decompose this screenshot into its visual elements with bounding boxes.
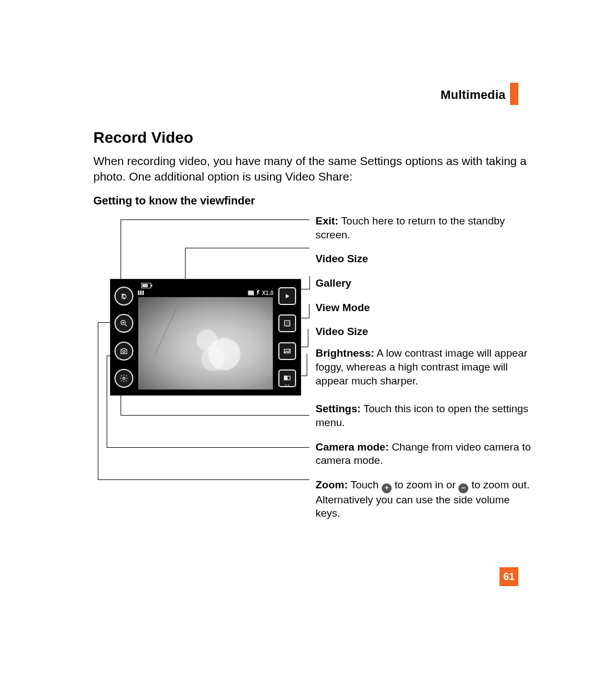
quality-icon <box>138 291 144 295</box>
leader-line <box>309 276 310 289</box>
leader-line <box>98 322 98 479</box>
status-bar <box>138 282 273 289</box>
leader-line <box>121 219 121 279</box>
gear-icon[interactable] <box>114 369 133 388</box>
leader-line <box>107 447 309 448</box>
svg-line-4 <box>125 324 127 326</box>
sd-card-icon <box>248 291 254 296</box>
header-accent-bar <box>510 83 518 105</box>
leader-line <box>107 356 112 356</box>
view-mode-icon[interactable] <box>278 314 296 332</box>
callout-video-size-side: Video Size <box>316 325 532 339</box>
minus-icon: − <box>458 483 468 493</box>
leader-line <box>301 318 309 318</box>
leader-line <box>308 329 308 347</box>
svg-marker-9 <box>286 294 289 298</box>
leader-line <box>307 354 307 376</box>
gallery-play-icon[interactable] <box>278 287 296 305</box>
viewfinder-preview-image <box>138 297 273 390</box>
plus-icon: + <box>382 483 392 493</box>
intro-paragraph: When recording video, you have many of t… <box>93 153 533 185</box>
leader-line <box>309 276 310 277</box>
flash-icon <box>256 290 259 296</box>
leader-line <box>98 322 112 323</box>
manual-page: Multimedia Record Video When recording v… <box>0 0 600 700</box>
viewfinder-screenshot: X1.0 <box>110 279 301 396</box>
callout-video-size-top: Video Size <box>316 252 532 266</box>
callout-exit: Exit: Touch here to return to the standb… <box>316 214 532 242</box>
zoom-level-label: X1.0 <box>262 290 273 296</box>
leader-line <box>301 347 308 347</box>
svg-rect-14 <box>284 376 287 380</box>
leader-line <box>301 376 307 376</box>
callout-gallery: Gallery <box>316 277 532 291</box>
right-button-column: 0.0 <box>276 282 298 392</box>
leader-line <box>121 219 309 220</box>
zoom-in-icon[interactable] <box>114 314 133 333</box>
svg-point-8 <box>123 377 125 379</box>
callout-list: Exit: Touch here to return to the standb… <box>316 214 532 531</box>
callout-camera-mode: Camera mode: Change from video camera to… <box>316 441 532 468</box>
leader-line <box>121 415 309 416</box>
section-label: Multimedia <box>441 88 506 102</box>
leader-line <box>121 396 121 415</box>
camera-icon[interactable] <box>114 342 133 361</box>
subsection-title: Getting to know the viewfinder <box>93 194 255 207</box>
video-size-icon[interactable] <box>278 342 296 360</box>
leader-line <box>185 248 186 281</box>
callout-brightness: Brightness: A low contrast image will ap… <box>316 347 532 388</box>
leader-line <box>107 356 107 447</box>
leader-line <box>98 479 309 480</box>
svg-rect-11 <box>286 322 290 326</box>
viewfinder-diagram: X1.0 <box>93 211 538 528</box>
leader-line <box>301 289 309 289</box>
brightness-value: 0.0 <box>279 384 295 387</box>
left-button-column <box>113 282 135 392</box>
page-title: Record Video <box>93 129 193 147</box>
back-icon[interactable] <box>114 287 133 306</box>
callout-settings: Settings: Touch this icon to open the se… <box>316 402 532 429</box>
brightness-icon[interactable]: 0.0 <box>278 369 296 387</box>
leader-line <box>185 248 309 248</box>
leader-line <box>309 304 309 318</box>
battery-icon <box>141 283 151 288</box>
info-bar: X1.0 <box>138 289 273 296</box>
svg-point-7 <box>123 350 125 352</box>
callout-zoom: Zoom: Touch + to zoom in or − to zoom ou… <box>316 478 532 521</box>
callout-view-mode: View Mode <box>316 301 532 315</box>
page-number: 61 <box>499 567 518 586</box>
